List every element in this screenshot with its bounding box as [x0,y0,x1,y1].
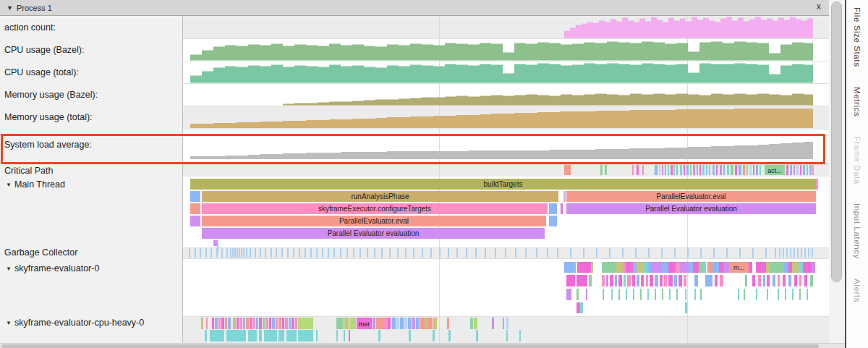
trace-bar[interactable] [668,165,669,175]
trace-bar[interactable] [676,262,680,273]
trace-bar[interactable] [662,289,663,300]
trace-bar[interactable] [637,275,639,287]
gc-event-tick[interactable] [801,248,802,258]
gc-event-tick[interactable] [389,248,391,258]
trace-bar[interactable] [420,318,425,329]
trace-bar[interactable] [749,165,752,175]
trace-bar[interactable] [624,275,626,287]
counter-chart-mem-bazel[interactable] [190,94,813,106]
trace-bar[interactable] [662,165,663,175]
trace-bar[interactable] [703,262,706,273]
trace-bar[interactable] [289,318,291,329]
trace-bar[interactable] [686,165,689,175]
trace-bar[interactable] [278,318,281,329]
trace-bar[interactable] [400,318,404,329]
gc-event-tick[interactable] [239,248,240,258]
gc-event-tick[interactable] [596,248,597,258]
sidebar-tab-input-latency[interactable]: Input Latency [853,203,861,259]
trace-bar[interactable] [448,330,451,341]
trace-bar[interactable] [723,262,729,273]
trace-bar[interactable] [250,318,252,329]
trace-bar[interactable] [744,289,745,300]
trace-bar[interactable] [812,262,815,273]
gc-event-tick[interactable] [661,248,663,258]
trace-bar[interactable] [804,275,807,287]
trace-bar[interactable] [810,275,813,287]
trace-bar[interactable] [816,179,818,190]
trace-bar[interactable] [201,318,203,329]
trace-bar[interactable] [812,165,814,175]
gc-event-tick[interactable] [340,248,341,258]
trace-bar[interactable] [600,165,603,175]
gc-event-tick[interactable] [260,248,261,258]
gc-event-tick[interactable] [557,248,558,258]
trace-bar[interactable] [753,165,754,175]
trace-bar[interactable] [549,216,557,226]
trace-bar[interactable] [712,262,719,273]
trace-bar[interactable] [800,165,801,175]
trace-bar[interactable] [788,262,792,273]
trace-bar[interactable] [474,318,477,329]
trace-bar[interactable] [278,330,284,341]
gc-event-tick[interactable] [189,248,190,258]
gc-event-tick[interactable] [648,248,650,258]
trace-bar[interactable] [731,165,733,175]
trace-bar[interactable] [673,165,675,175]
trace-bar[interactable] [668,275,673,287]
trace-bar[interactable] [447,318,449,329]
gc-event-tick[interactable] [547,248,548,258]
gc-event-tick[interactable] [422,248,423,258]
trace-bar[interactable] [412,318,415,329]
trace-bar[interactable] [416,318,420,329]
gc-event-tick[interactable] [216,248,218,258]
trace-bar[interactable] [770,262,784,273]
trace-bar[interactable] [694,289,696,300]
trace-bar[interactable] [206,318,208,329]
collapse-icon[interactable]: ▼ [6,182,14,188]
trace-bar[interactable] [743,165,745,175]
trace-bar[interactable] [564,165,571,175]
gc-event-tick[interactable] [583,248,584,258]
trace-bar[interactable] [563,191,566,202]
gc-event-tick[interactable] [570,248,571,258]
gc-event-tick[interactable] [200,248,201,258]
gc-event-tick[interactable] [779,248,780,258]
trace-bar[interactable] [425,318,428,329]
gc-event-tick[interactable] [752,248,754,258]
gc-event-tick[interactable] [381,248,383,258]
trace-bar[interactable] [298,330,313,341]
gc-event-tick[interactable] [475,248,477,258]
trace-bar[interactable] [615,275,617,287]
trace-bar[interactable] [218,318,221,329]
trace-bar[interactable] [190,191,200,202]
trace-bar[interactable] [758,275,761,287]
gc-event-tick[interactable] [674,248,676,258]
gc-event-tick[interactable] [210,248,212,258]
trace-bar[interactable] [336,318,344,329]
collapse-icon[interactable]: ▼ [7,4,13,12]
trace-bar[interactable] [709,165,710,175]
trace-bar[interactable] [626,289,627,300]
sidebar-tab-metrics[interactable]: Metrics [853,87,861,116]
gc-event-tick[interactable] [281,248,283,258]
trace-bar[interactable] [637,165,639,175]
gc-event-tick[interactable] [495,248,496,258]
gc-event-tick[interactable] [265,248,266,258]
gc-event-tick[interactable] [353,248,354,258]
gc-event-tick[interactable] [700,248,702,258]
trace-bar[interactable] [655,165,658,175]
gc-event-tick[interactable] [305,248,306,258]
trace-bar[interactable] [646,275,648,287]
gc-event-tick[interactable] [205,248,207,258]
trace-bar[interactable] [190,203,200,214]
trace-bar[interactable] [519,330,521,341]
trace-bar[interactable] [292,318,294,329]
trace-bar[interactable] [799,275,801,287]
trace-bar[interactable] [650,275,653,287]
track-label-action-count[interactable]: action count: [0,16,182,38]
trace-bar[interactable] [212,318,214,329]
trace-bar[interactable] [225,318,227,329]
trace-bar[interactable] [756,262,766,273]
trace-bar[interactable] [623,262,626,273]
gc-event-tick[interactable] [246,248,247,258]
